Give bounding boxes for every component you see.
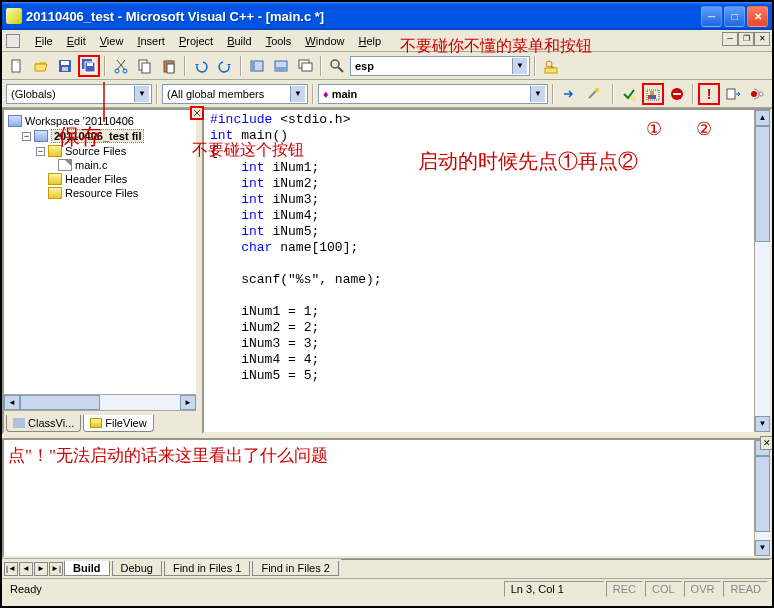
statusbar: Ready Ln 3, Col 1 REC COL OVR READ: [2, 578, 772, 598]
tree-resource-folder[interactable]: Resource Files: [8, 186, 192, 200]
mdi-icon: [6, 34, 20, 48]
dropdown-arrow-icon[interactable]: ▼: [512, 58, 527, 74]
find-in-files-button[interactable]: [540, 55, 562, 77]
svg-rect-12: [166, 60, 172, 63]
menu-window[interactable]: Window: [298, 33, 351, 49]
dropdown-arrow-icon[interactable]: ▼: [134, 86, 149, 102]
tab-nav-first[interactable]: |◄: [4, 562, 18, 576]
filter-combo[interactable]: (All global members▼: [162, 84, 308, 104]
svg-point-35: [759, 92, 763, 96]
dropdown-arrow-icon[interactable]: ▼: [290, 86, 305, 102]
find-button[interactable]: [326, 55, 348, 77]
function-icon: ♦: [323, 88, 329, 100]
dropdown-arrow-icon[interactable]: ▼: [530, 86, 545, 102]
save-button[interactable]: [54, 55, 76, 77]
tree-project[interactable]: −20110406_test fil: [8, 128, 192, 144]
execute-button[interactable]: !: [698, 83, 720, 105]
svg-text:!: !: [707, 86, 712, 102]
tree-file-mainc[interactable]: main.c: [8, 158, 192, 172]
output-tab-build[interactable]: Build: [64, 561, 110, 576]
new-doc-button[interactable]: [6, 55, 28, 77]
minimize-button[interactable]: ─: [701, 6, 722, 27]
tree-header-folder[interactable]: Header Files: [8, 172, 192, 186]
output-button[interactable]: [270, 55, 292, 77]
svg-point-20: [331, 60, 339, 68]
svg-rect-19: [302, 63, 312, 71]
class-combo[interactable]: (Globals)▼: [6, 84, 152, 104]
svg-rect-10: [142, 63, 150, 73]
tree-workspace[interactable]: Workspace '20110406: [8, 114, 192, 128]
svg-rect-27: [652, 95, 656, 99]
save-all-button[interactable]: [78, 55, 100, 77]
collapse-icon[interactable]: −: [22, 132, 31, 141]
tree-hscrollbar[interactable]: ◄►: [4, 394, 196, 410]
tab-nav-prev[interactable]: ◄: [19, 562, 33, 576]
mdi-close-button[interactable]: ✕: [754, 32, 770, 46]
wizard-action-button[interactable]: [582, 83, 604, 105]
copy-button[interactable]: [134, 55, 156, 77]
svg-rect-25: [631, 96, 636, 101]
breakpoint-button[interactable]: [746, 83, 768, 105]
code-content[interactable]: #include <stdio.h> int main() { int iNum…: [204, 110, 754, 432]
menu-edit[interactable]: Edit: [60, 33, 93, 49]
build-button[interactable]: [642, 83, 664, 105]
collapse-icon[interactable]: −: [36, 147, 45, 156]
project-icon: [34, 130, 48, 142]
svg-rect-33: [727, 89, 735, 99]
tab-nav-next[interactable]: ►: [34, 562, 48, 576]
find-combo-value: esp: [355, 60, 374, 72]
menu-help[interactable]: Help: [351, 33, 388, 49]
folder-icon: [48, 145, 62, 157]
menu-view[interactable]: View: [93, 33, 131, 49]
tab-fileview[interactable]: FileView: [83, 415, 153, 432]
code-editor[interactable]: #include <stdio.h> int main() { int iNum…: [202, 108, 772, 434]
mdi-restore-button[interactable]: ❐: [738, 32, 754, 46]
window-list-button[interactable]: [294, 55, 316, 77]
menu-insert[interactable]: Insert: [130, 33, 172, 49]
menu-tools[interactable]: Tools: [259, 33, 299, 49]
output-content[interactable]: 点"！"无法启动的话来这里看出了什么问题: [4, 440, 754, 556]
tab-classview[interactable]: ClassVi...: [6, 415, 81, 432]
redo-button[interactable]: [214, 55, 236, 77]
goto-button[interactable]: [558, 83, 580, 105]
output-tab-debug[interactable]: Debug: [112, 561, 162, 576]
standard-toolbar: esp▼: [2, 52, 772, 80]
close-button[interactable]: ✕: [747, 6, 768, 27]
wizard-bar: (Globals)▼ (All global members▼ ♦main▼ !: [2, 80, 772, 108]
svg-rect-26: [648, 95, 652, 99]
menu-build[interactable]: Build: [220, 33, 258, 49]
output-tab-find1[interactable]: Find in Files 1: [164, 561, 250, 576]
class-combo-value: (Globals): [11, 88, 56, 100]
c-file-icon: [58, 159, 72, 171]
find-combo[interactable]: esp▼: [350, 56, 530, 76]
svg-rect-6: [87, 63, 93, 66]
undo-button[interactable]: [190, 55, 212, 77]
compile-button[interactable]: [618, 83, 640, 105]
cut-button[interactable]: [110, 55, 132, 77]
go-button[interactable]: [722, 83, 744, 105]
status-col: COL: [645, 581, 682, 597]
open-button[interactable]: [30, 55, 52, 77]
editor-vscrollbar[interactable]: ▲▼: [754, 110, 770, 432]
svg-rect-3: [62, 67, 68, 71]
output-close-button[interactable]: ✕: [760, 436, 774, 450]
status-ovr: OVR: [684, 581, 722, 597]
paste-button[interactable]: [158, 55, 180, 77]
file-tree[interactable]: Workspace '20110406 −20110406_test fil −…: [4, 110, 196, 394]
menu-project[interactable]: Project: [172, 33, 220, 49]
stop-build-button[interactable]: [666, 83, 688, 105]
mdi-minimize-button[interactable]: ─: [722, 32, 738, 46]
output-vscrollbar[interactable]: ▲▼: [754, 440, 770, 556]
maximize-button[interactable]: □: [724, 6, 745, 27]
tab-nav-last[interactable]: ►|: [49, 562, 63, 576]
tree-source-folder[interactable]: −Source Files: [8, 144, 192, 158]
svg-rect-31: [673, 93, 681, 95]
pane-close-button[interactable]: [190, 106, 204, 120]
folder-icon: [48, 187, 62, 199]
workspace-button[interactable]: [246, 55, 268, 77]
folder-icon: [48, 173, 62, 185]
output-tab-find2[interactable]: Find in Files 2: [252, 561, 338, 576]
svg-point-24: [595, 88, 599, 92]
members-combo[interactable]: ♦main▼: [318, 84, 548, 104]
menu-file[interactable]: File: [28, 33, 60, 49]
